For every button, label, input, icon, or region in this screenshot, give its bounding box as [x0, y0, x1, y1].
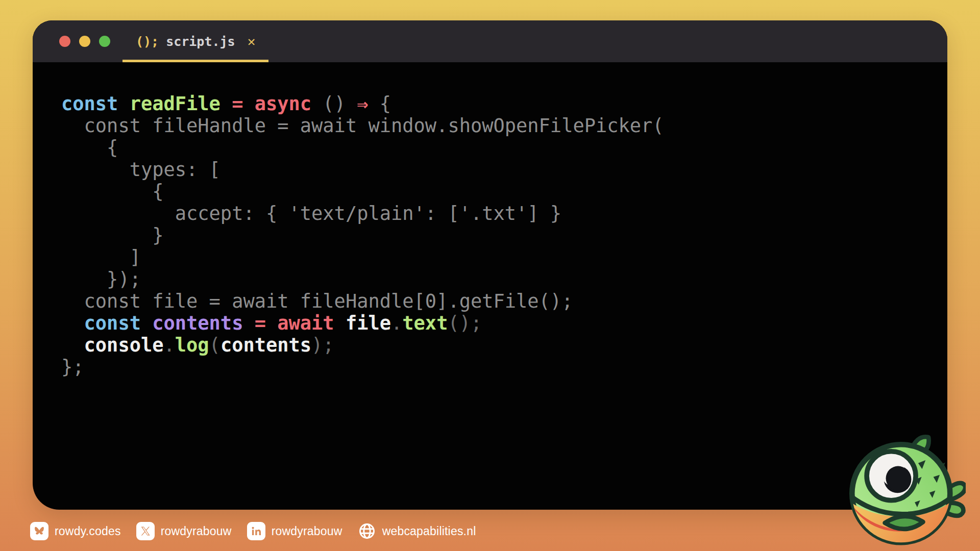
- code-token: );: [311, 334, 334, 356]
- code-line: });: [61, 268, 947, 290]
- footer-link-label: rowdy.codes: [55, 524, 121, 538]
- footer-link-rowdyrabouw[interactable]: rowdyrabouw: [136, 522, 232, 540]
- code-token: ();: [448, 312, 482, 334]
- linkedin-icon: [247, 522, 265, 540]
- x-icon: [136, 522, 155, 540]
- tab-filename: script.js: [166, 34, 235, 49]
- code-line: const contents = await file.text();: [61, 312, 947, 334]
- code-line: }: [61, 224, 947, 246]
- code-token: {: [61, 181, 163, 203]
- code-area: const readFile = async () ⇒ { const file…: [33, 62, 947, 378]
- code-line: console.log(contents);: [61, 334, 947, 356]
- footer-link-rowdyrabouw[interactable]: rowdyrabouw: [247, 522, 342, 540]
- code-token: (: [209, 334, 220, 356]
- code-token: {: [368, 93, 391, 115]
- close-tab-icon[interactable]: ✕: [248, 34, 256, 49]
- code-token: console: [61, 334, 163, 356]
- code-line: ]: [61, 246, 947, 268]
- code-line: accept: { 'text/plain': ['.txt'] }: [61, 203, 947, 224]
- code-token: log: [175, 334, 209, 356]
- code-token: .: [391, 312, 402, 334]
- code-token: readFile: [118, 93, 220, 115]
- code-token: text: [402, 312, 448, 334]
- footer-link-label: rowdyrabouw: [161, 524, 232, 538]
- code-token: .: [163, 334, 175, 356]
- code-token: accept: { 'text/plain': ['.txt'] }: [61, 203, 561, 224]
- footer: rowdy.codesrowdyrabouwrowdyrabouwwebcapa…: [30, 522, 476, 540]
- fish-mascot: [843, 434, 966, 550]
- code-token: await: [266, 312, 334, 334]
- code-line: {: [61, 137, 947, 159]
- code-editor-window: (); script.js ✕ const readFile = async (…: [33, 20, 947, 510]
- traffic-lights: [59, 36, 110, 47]
- footer-link-label: rowdyrabouw: [272, 524, 342, 538]
- code-token: =: [220, 93, 243, 115]
- close-window-button[interactable]: [59, 36, 70, 47]
- footer-link-rowdy-codes[interactable]: rowdy.codes: [30, 522, 121, 540]
- titlebar: (); script.js ✕: [33, 20, 947, 62]
- code-token: const file = await fileHandle[0].getFile…: [61, 290, 573, 312]
- code-token: (): [311, 93, 346, 115]
- footer-link-label: webcapabilities.nl: [382, 524, 476, 538]
- code-token: {: [61, 137, 118, 159]
- minimize-window-button[interactable]: [79, 36, 90, 47]
- code-line: const file = await fileHandle[0].getFile…: [61, 290, 947, 312]
- tab-script-js[interactable]: (); script.js ✕: [122, 20, 268, 62]
- code-token: const fileHandle = await window.showOpen…: [61, 115, 664, 137]
- code-token: ⇒: [346, 93, 369, 115]
- code-token: };: [61, 356, 84, 378]
- code-token: ]: [61, 246, 141, 268]
- code-token: const: [61, 312, 141, 334]
- code-token: =: [243, 312, 266, 334]
- code-token: }: [61, 224, 163, 246]
- footer-link-webcapabilities-nl[interactable]: webcapabilities.nl: [358, 522, 476, 540]
- tab-prefix-glyph: ();: [136, 34, 159, 49]
- code-token: async: [243, 93, 311, 115]
- globe-icon: [358, 522, 376, 540]
- code-line: const readFile = async () ⇒ {: [61, 93, 947, 115]
- code-line: const fileHandle = await window.showOpen…: [61, 115, 947, 137]
- code-token: contents: [220, 334, 311, 356]
- code-token: contents: [141, 312, 243, 334]
- code-line: {: [61, 181, 947, 203]
- code-line: types: [: [61, 159, 947, 181]
- code-token: });: [61, 268, 141, 290]
- bluesky-icon: [30, 522, 48, 540]
- code-line: };: [61, 356, 947, 378]
- code-token: const: [61, 93, 118, 115]
- zoom-window-button[interactable]: [99, 36, 110, 47]
- code-token: file: [334, 312, 391, 334]
- fish-mascot-graphic: [843, 434, 966, 549]
- code-token: types: [: [61, 159, 220, 181]
